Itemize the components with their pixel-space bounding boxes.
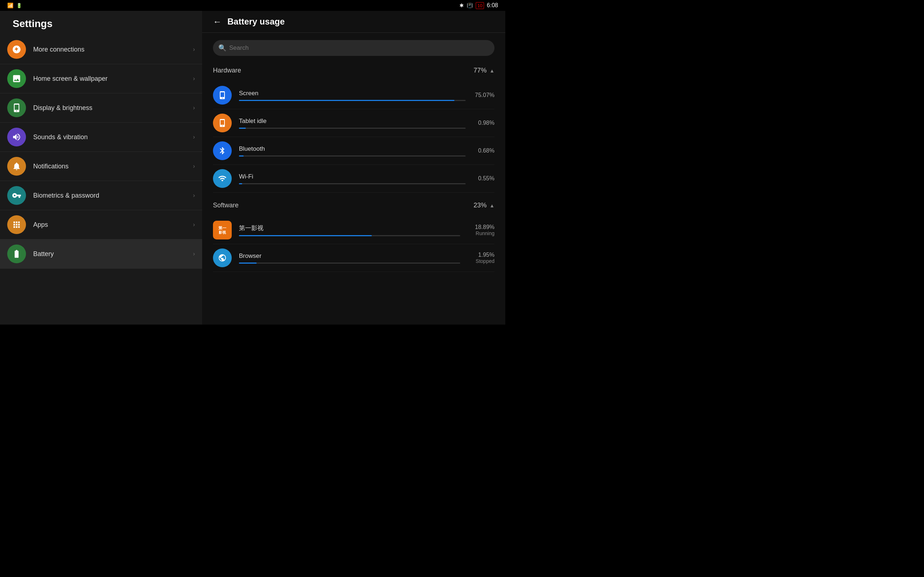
app1-pct-info: 18.89% Running xyxy=(465,224,494,236)
settings-item-notifications[interactable]: Notifications › xyxy=(0,152,202,181)
battery-content: 🔍 Hardware 77% ▲ Screen xyxy=(202,33,505,324)
home-screen-icon xyxy=(7,69,26,88)
status-bar-left: 📶 🔋 xyxy=(0,0,202,11)
screen-name: Screen xyxy=(239,90,465,97)
browser-icon xyxy=(213,248,232,267)
battery-header: ← Battery usage xyxy=(202,11,505,33)
display-chevron: › xyxy=(193,105,195,111)
wifi-progress-bg xyxy=(239,183,465,184)
settings-header: Settings xyxy=(0,11,202,35)
battery-item-tablet-idle: Tablet idle 0.98% xyxy=(213,109,494,137)
app1-progress-fill xyxy=(239,235,372,236)
bluetooth-item-icon xyxy=(213,141,232,160)
display-label: Display & brightness xyxy=(33,104,193,112)
app1-name: 第一影视 xyxy=(239,224,460,232)
software-section-header: Software 23% ▲ xyxy=(213,200,494,211)
settings-item-more-connections[interactable]: More connections › xyxy=(0,35,202,64)
hardware-label: Hardware xyxy=(213,67,241,74)
apps-chevron: › xyxy=(193,221,195,228)
wifi-progress-fill xyxy=(239,183,242,184)
home-screen-chevron: › xyxy=(193,76,195,82)
back-button[interactable]: ← xyxy=(213,16,221,27)
screen-icon xyxy=(213,86,232,105)
settings-list: More connections › Home screen & wallpap… xyxy=(0,35,202,324)
software-label: Software xyxy=(213,201,239,209)
settings-item-biometrics[interactable]: Biometrics & password › xyxy=(0,181,202,210)
battery-chevron: › xyxy=(193,251,195,257)
hardware-section-header: Hardware 77% ▲ xyxy=(213,65,494,76)
screen-info: Screen xyxy=(239,90,465,101)
app1-progress-bg xyxy=(239,235,460,236)
bluetooth-percent: 0.68% xyxy=(471,148,494,154)
battery-item-wifi: Wi-Fi 0.55% xyxy=(213,165,494,193)
hardware-chevron-up[interactable]: ▲ xyxy=(489,68,494,74)
settings-item-sounds[interactable]: Sounds & vibration › xyxy=(0,122,202,152)
tablet-idle-progress-fill xyxy=(239,128,246,129)
bluetooth-progress-fill xyxy=(239,155,244,156)
browser-pct-info: 1.95% Stopped xyxy=(465,252,494,264)
bluetooth-progress-bg xyxy=(239,155,465,156)
biometrics-label: Biometrics & password xyxy=(33,192,193,200)
sounds-label: Sounds & vibration xyxy=(33,134,193,141)
apps-label: Apps xyxy=(33,221,193,229)
battery-item-browser: Browser 1.95% Stopped xyxy=(213,244,494,272)
settings-panel: 📶 🔋 Settings More connections › Home sc xyxy=(0,0,202,324)
app1-info: 第一影视 xyxy=(239,224,460,236)
battery-icon xyxy=(7,245,26,263)
more-connections-label: More connections xyxy=(33,46,193,53)
browser-progress-bg xyxy=(239,263,460,264)
notifications-chevron: › xyxy=(193,163,195,169)
biometrics-icon xyxy=(7,186,26,205)
tablet-idle-percent: 0.98% xyxy=(471,120,494,126)
battery-panel: ✱ 📳 10 6:08 ← Battery usage 🔍 Hardware 7… xyxy=(202,0,505,324)
section-gap xyxy=(213,193,494,200)
browser-percent: 1.95% xyxy=(478,252,494,258)
bluetooth-icon: ✱ xyxy=(459,3,464,8)
settings-title: Settings xyxy=(13,18,189,29)
software-percent: 23% ▲ xyxy=(473,201,494,209)
sounds-chevron: › xyxy=(193,134,195,140)
battery-item-screen: Screen 75.07% xyxy=(213,82,494,109)
display-icon xyxy=(7,98,26,117)
battery-item-bluetooth: Bluetooth 0.68% xyxy=(213,137,494,165)
apps-icon xyxy=(7,215,26,234)
more-connections-chevron: › xyxy=(193,46,195,53)
home-screen-label: Home screen & wallpaper xyxy=(33,75,193,82)
notifications-icon xyxy=(7,157,26,176)
search-input[interactable] xyxy=(213,40,494,56)
biometrics-chevron: › xyxy=(193,192,195,199)
status-bar-right: ✱ 📳 10 6:08 xyxy=(202,0,505,11)
screen-progress-fill xyxy=(239,100,454,101)
screen-progress-bg xyxy=(239,100,465,101)
wifi-item-icon xyxy=(213,169,232,188)
battery-status-icon: 🔋 xyxy=(16,3,22,8)
browser-progress-fill xyxy=(239,263,257,264)
more-connections-icon xyxy=(7,40,26,59)
settings-item-display[interactable]: Display & brightness › xyxy=(0,93,202,122)
battery-label: Battery xyxy=(33,250,193,258)
bluetooth-name: Bluetooth xyxy=(239,145,465,153)
battery-level-icon: 10 xyxy=(476,2,484,9)
hardware-percent-value: 77% xyxy=(473,67,486,74)
wifi-name: Wi-Fi xyxy=(239,173,465,180)
hardware-percent: 77% ▲ xyxy=(473,67,494,74)
wifi-info: Wi-Fi xyxy=(239,173,465,184)
app1-status: Running xyxy=(476,230,494,236)
browser-info: Browser xyxy=(239,253,460,264)
vibrate-icon: 📳 xyxy=(467,3,473,8)
bluetooth-info: Bluetooth xyxy=(239,145,465,156)
tablet-idle-icon xyxy=(213,114,232,132)
time-display: 6:08 xyxy=(487,2,498,9)
tablet-idle-progress-bg xyxy=(239,128,465,129)
sounds-icon xyxy=(7,128,26,147)
software-chevron-up[interactable]: ▲ xyxy=(489,203,494,208)
settings-item-apps[interactable]: Apps › xyxy=(0,210,202,239)
screen-percent: 75.07% xyxy=(471,92,494,98)
wifi-percent: 0.55% xyxy=(471,175,494,182)
search-icon: 🔍 xyxy=(218,44,226,52)
notifications-label: Notifications xyxy=(33,163,193,170)
settings-item-battery[interactable]: Battery › xyxy=(0,239,202,269)
settings-item-home-screen[interactable]: Home screen & wallpaper › xyxy=(0,64,202,93)
browser-status: Stopped xyxy=(476,258,494,264)
search-wrapper: 🔍 xyxy=(213,40,494,56)
